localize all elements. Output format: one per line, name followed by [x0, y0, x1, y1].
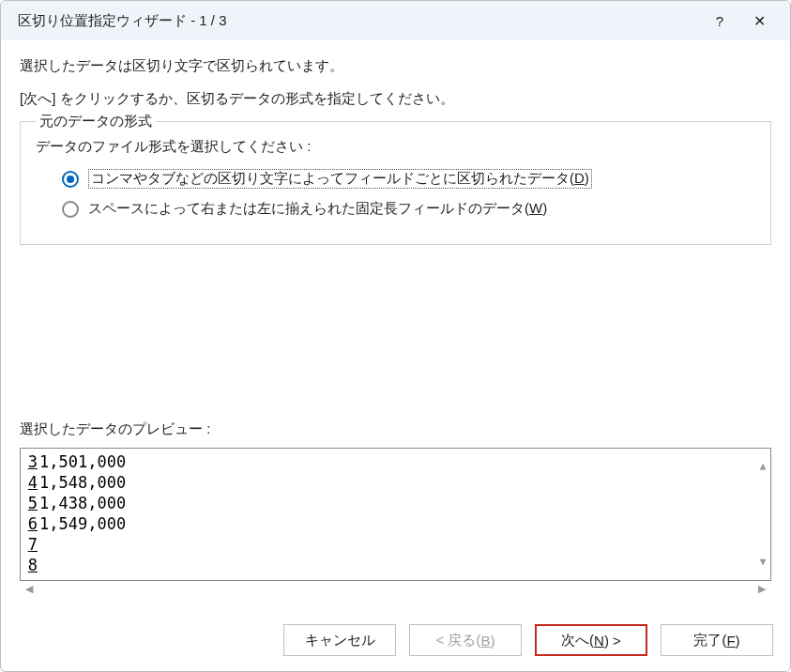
dialog-body: 選択したデータは区切り文字で区切られています。 [次へ] をクリックするか、区切…: [1, 40, 790, 613]
radio-delimited[interactable]: コンマやタブなどの区切り文字によってフィールドごとに区切られたデータ(D): [62, 169, 755, 189]
preview-row: 61,549,000: [26, 513, 770, 534]
window-title: 区切り位置指定ウィザード - 1 / 3: [18, 12, 700, 30]
cancel-button[interactable]: キャンセル: [283, 624, 396, 656]
data-format-group: 元のデータの形式 データのファイル形式を選択してください : コンマやタブなどの…: [20, 121, 771, 245]
group-prompt: データのファイル形式を選択してください :: [36, 138, 755, 156]
vertical-scrollbar[interactable]: ▲ ▼: [757, 456, 768, 573]
scroll-up-icon: ▲: [757, 456, 768, 477]
scroll-left-icon: ◀: [25, 583, 33, 602]
intro-line-2: [次へ] をクリックするか、区切るデータの形式を指定してください。: [20, 90, 771, 108]
scroll-right-icon: ▶: [758, 583, 766, 602]
back-button[interactable]: < 戻る(B): [409, 624, 522, 656]
radio-icon: [62, 201, 79, 218]
next-button[interactable]: 次へ(N) >: [535, 624, 647, 656]
radio-fixedwidth[interactable]: スペースによって右または左に揃えられた固定長フィールドのデータ(W): [62, 200, 755, 218]
intro-line-1: 選択したデータは区切り文字で区切られています。: [20, 57, 771, 75]
preview-row: 7: [26, 534, 770, 555]
wizard-window: 区切り位置指定ウィザード - 1 / 3 ? ✕ 選択したデータは区切り文字で区…: [0, 0, 791, 672]
close-button[interactable]: ✕: [739, 12, 779, 30]
horizontal-scrollbar[interactable]: ◀ ▶: [20, 581, 771, 602]
radio-fixedwidth-label: スペースによって右または左に揃えられた固定長フィールドのデータ(W): [88, 200, 547, 218]
radio-icon: [62, 171, 79, 188]
finish-button[interactable]: 完了(F): [661, 624, 773, 656]
data-preview: 31,501,000 41,548,000 51,438,000 61,549,…: [20, 448, 771, 581]
scroll-down-icon: ▼: [757, 552, 768, 573]
preview-row: 31,501,000: [26, 451, 770, 472]
preview-row: 41,548,000: [26, 472, 770, 493]
group-legend: 元のデータの形式: [36, 113, 156, 130]
radio-delimited-label: コンマやタブなどの区切り文字によってフィールドごとに区切られたデータ(D): [88, 169, 592, 189]
preview-label: 選択したデータのプレビュー :: [20, 420, 771, 438]
preview-row: 51,438,000: [26, 493, 770, 513]
help-button[interactable]: ?: [700, 13, 739, 29]
preview-row: 8: [26, 555, 770, 575]
titlebar: 区切り位置指定ウィザード - 1 / 3 ? ✕: [1, 1, 790, 40]
button-row: キャンセル < 戻る(B) 次へ(N) > 完了(F): [1, 613, 790, 671]
